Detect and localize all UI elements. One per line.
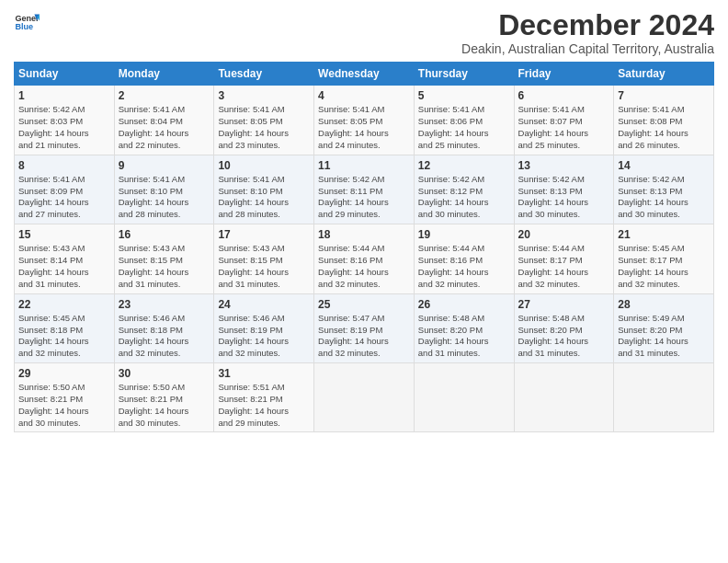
day-info: Sunrise: 5:47 AMSunset: 8:19 PMDaylight:… (318, 313, 410, 360)
day-info: Sunrise: 5:41 AMSunset: 8:10 PMDaylight:… (218, 174, 310, 221)
list-item: 21Sunrise: 5:45 AMSunset: 8:17 PMDayligh… (614, 224, 714, 293)
day-number: 13 (518, 158, 610, 173)
svg-text:Blue: Blue (15, 22, 33, 31)
day-number: 14 (618, 158, 710, 173)
table-row: 29Sunrise: 5:50 AMSunset: 8:21 PMDayligh… (15, 362, 714, 431)
col-monday: Monday (114, 63, 214, 86)
day-number: 11 (318, 158, 410, 173)
list-item: 10Sunrise: 5:41 AMSunset: 8:10 PMDayligh… (214, 155, 314, 224)
day-number: 31 (218, 366, 310, 381)
day-number: 4 (318, 88, 410, 103)
list-item: 11Sunrise: 5:42 AMSunset: 8:11 PMDayligh… (314, 155, 415, 224)
day-number: 15 (18, 227, 110, 242)
list-item: 28Sunrise: 5:49 AMSunset: 8:20 PMDayligh… (614, 293, 714, 362)
day-info: Sunrise: 5:44 AMSunset: 8:17 PMDaylight:… (518, 243, 610, 290)
calendar-table: Sunday Monday Tuesday Wednesday Thursday… (14, 62, 714, 432)
day-info: Sunrise: 5:41 AMSunset: 8:10 PMDaylight:… (119, 174, 210, 221)
table-row: 22Sunrise: 5:45 AMSunset: 8:18 PMDayligh… (15, 293, 714, 362)
table-row: 1Sunrise: 5:42 AMSunset: 8:03 PMDaylight… (15, 86, 714, 155)
col-sunday: Sunday (15, 63, 115, 86)
list-item: 14Sunrise: 5:42 AMSunset: 8:13 PMDayligh… (614, 155, 714, 224)
day-info: Sunrise: 5:51 AMSunset: 8:21 PMDaylight:… (218, 382, 310, 429)
day-info: Sunrise: 5:46 AMSunset: 8:19 PMDaylight:… (218, 313, 310, 360)
list-item: 23Sunrise: 5:46 AMSunset: 8:18 PMDayligh… (114, 293, 214, 362)
list-item: 1Sunrise: 5:42 AMSunset: 8:03 PMDaylight… (15, 86, 115, 155)
list-item: 25Sunrise: 5:47 AMSunset: 8:19 PMDayligh… (314, 293, 415, 362)
list-item: 4Sunrise: 5:41 AMSunset: 8:05 PMDaylight… (314, 86, 415, 155)
list-item: 13Sunrise: 5:42 AMSunset: 8:13 PMDayligh… (514, 155, 614, 224)
list-item: 15Sunrise: 5:43 AMSunset: 8:14 PMDayligh… (15, 224, 115, 293)
list-item: 17Sunrise: 5:43 AMSunset: 8:15 PMDayligh… (214, 224, 314, 293)
list-item: 3Sunrise: 5:41 AMSunset: 8:05 PMDaylight… (214, 86, 314, 155)
day-number: 19 (418, 227, 510, 242)
list-item: 7Sunrise: 5:41 AMSunset: 8:08 PMDaylight… (614, 86, 714, 155)
list-item: 24Sunrise: 5:46 AMSunset: 8:19 PMDayligh… (214, 293, 314, 362)
day-info: Sunrise: 5:41 AMSunset: 8:06 PMDaylight:… (418, 104, 510, 151)
day-number: 16 (119, 227, 210, 242)
day-info: Sunrise: 5:42 AMSunset: 8:13 PMDaylight:… (518, 174, 610, 221)
day-number: 9 (119, 158, 210, 173)
logo: General Blue (14, 9, 40, 35)
day-info: Sunrise: 5:46 AMSunset: 8:18 PMDaylight:… (119, 313, 210, 360)
list-item: 30Sunrise: 5:50 AMSunset: 8:21 PMDayligh… (114, 362, 214, 431)
list-item: 27Sunrise: 5:48 AMSunset: 8:20 PMDayligh… (514, 293, 614, 362)
day-info: Sunrise: 5:41 AMSunset: 8:05 PMDaylight:… (218, 104, 310, 151)
day-info: Sunrise: 5:49 AMSunset: 8:20 PMDaylight:… (618, 313, 710, 360)
day-number: 26 (418, 297, 510, 312)
day-info: Sunrise: 5:41 AMSunset: 8:09 PMDaylight:… (18, 174, 110, 221)
list-item: 12Sunrise: 5:42 AMSunset: 8:12 PMDayligh… (414, 155, 514, 224)
list-item: 31Sunrise: 5:51 AMSunset: 8:21 PMDayligh… (214, 362, 314, 431)
day-info: Sunrise: 5:50 AMSunset: 8:21 PMDaylight:… (119, 382, 210, 429)
day-info: Sunrise: 5:43 AMSunset: 8:14 PMDaylight:… (18, 243, 110, 290)
col-friday: Friday (514, 63, 614, 86)
day-number: 8 (18, 158, 110, 173)
col-tuesday: Tuesday (214, 63, 314, 86)
day-number: 1 (18, 88, 110, 103)
list-item: 18Sunrise: 5:44 AMSunset: 8:16 PMDayligh… (314, 224, 415, 293)
col-thursday: Thursday (414, 63, 514, 86)
day-number: 2 (119, 88, 210, 103)
list-item: 5Sunrise: 5:41 AMSunset: 8:06 PMDaylight… (414, 86, 514, 155)
list-item (514, 362, 614, 431)
day-number: 18 (318, 227, 410, 242)
page: General Blue December 2024 Deakin, Austr… (0, 0, 728, 563)
day-info: Sunrise: 5:42 AMSunset: 8:12 PMDaylight:… (418, 174, 510, 221)
day-number: 23 (119, 297, 210, 312)
col-saturday: Saturday (614, 63, 714, 86)
day-number: 7 (618, 88, 710, 103)
day-info: Sunrise: 5:41 AMSunset: 8:04 PMDaylight:… (119, 104, 210, 151)
list-item: 20Sunrise: 5:44 AMSunset: 8:17 PMDayligh… (514, 224, 614, 293)
day-info: Sunrise: 5:44 AMSunset: 8:16 PMDaylight:… (318, 243, 410, 290)
list-item: 2Sunrise: 5:41 AMSunset: 8:04 PMDaylight… (114, 86, 214, 155)
title-block: December 2024 Deakin, Australian Capital… (461, 9, 714, 56)
list-item (614, 362, 714, 431)
day-info: Sunrise: 5:43 AMSunset: 8:15 PMDaylight:… (218, 243, 310, 290)
day-info: Sunrise: 5:48 AMSunset: 8:20 PMDaylight:… (518, 313, 610, 360)
day-number: 6 (518, 88, 610, 103)
day-number: 17 (218, 227, 310, 242)
day-info: Sunrise: 5:42 AMSunset: 8:11 PMDaylight:… (318, 174, 410, 221)
day-number: 25 (318, 297, 410, 312)
day-info: Sunrise: 5:42 AMSunset: 8:13 PMDaylight:… (618, 174, 710, 221)
header-row: Sunday Monday Tuesday Wednesday Thursday… (15, 63, 714, 86)
list-item: 9Sunrise: 5:41 AMSunset: 8:10 PMDaylight… (114, 155, 214, 224)
logo-icon: General Blue (14, 9, 40, 35)
list-item: 6Sunrise: 5:41 AMSunset: 8:07 PMDaylight… (514, 86, 614, 155)
day-info: Sunrise: 5:41 AMSunset: 8:08 PMDaylight:… (618, 104, 710, 151)
day-number: 30 (119, 366, 210, 381)
day-info: Sunrise: 5:45 AMSunset: 8:18 PMDaylight:… (18, 313, 110, 360)
list-item: 16Sunrise: 5:43 AMSunset: 8:15 PMDayligh… (114, 224, 214, 293)
day-info: Sunrise: 5:43 AMSunset: 8:15 PMDaylight:… (119, 243, 210, 290)
day-number: 24 (218, 297, 310, 312)
day-info: Sunrise: 5:50 AMSunset: 8:21 PMDaylight:… (18, 382, 110, 429)
day-number: 29 (18, 366, 110, 381)
table-row: 8Sunrise: 5:41 AMSunset: 8:09 PMDaylight… (15, 155, 714, 224)
month-title: December 2024 (461, 9, 714, 41)
list-item: 26Sunrise: 5:48 AMSunset: 8:20 PMDayligh… (414, 293, 514, 362)
subtitle: Deakin, Australian Capital Territory, Au… (461, 41, 714, 56)
day-number: 3 (218, 88, 310, 103)
list-item (414, 362, 514, 431)
day-number: 20 (518, 227, 610, 242)
list-item: 19Sunrise: 5:44 AMSunset: 8:16 PMDayligh… (414, 224, 514, 293)
day-info: Sunrise: 5:44 AMSunset: 8:16 PMDaylight:… (418, 243, 510, 290)
